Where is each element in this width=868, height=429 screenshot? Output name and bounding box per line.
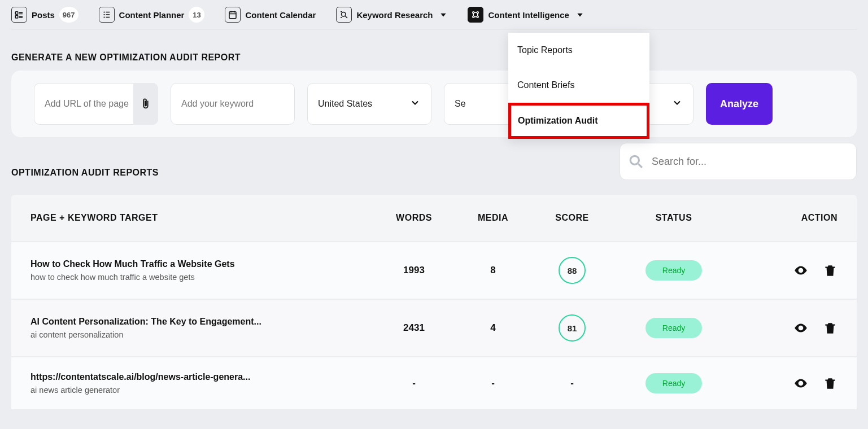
th-score: SCORE — [533, 213, 612, 223]
svg-line-17 — [346, 16, 348, 18]
table-row: AI Content Personalization: The Key to E… — [11, 299, 857, 356]
media-cell: 4 — [453, 322, 533, 334]
svg-rect-12 — [229, 12, 236, 19]
th-status: STATUS — [612, 213, 736, 223]
nav-intel[interactable]: Content Intelligence — [468, 7, 583, 23]
words-cell: 2431 — [374, 322, 453, 334]
status-cell: Ready — [612, 373, 736, 393]
svg-rect-0 — [15, 12, 18, 15]
table-row: How to Check How Much Traffic a Website … — [11, 241, 857, 299]
nav-posts[interactable]: Posts 967 — [11, 7, 78, 23]
chevron-down-icon — [409, 97, 421, 111]
score-ring: 81 — [559, 314, 586, 342]
nav-planner-label: Content Planner — [119, 10, 185, 20]
top-nav: Posts 967 Content Planner 13 Content Cal… — [11, 0, 857, 30]
keyword-input[interactable] — [171, 83, 295, 125]
search-wrap — [620, 143, 857, 180]
th-words: WORDS — [374, 213, 453, 223]
chevron-down-icon — [671, 97, 683, 111]
reports-heading: OPTIMIZATION AUDIT REPORTS — [11, 168, 159, 178]
trash-icon[interactable] — [823, 376, 838, 391]
keyword-icon — [336, 7, 352, 23]
score-cell: - — [533, 378, 612, 389]
page-title: AI Content Personalization: The Key to E… — [30, 317, 374, 327]
page-cell: How to Check How Much Traffic a Website … — [30, 259, 374, 282]
status-cell: Ready — [612, 260, 736, 281]
svg-point-16 — [342, 12, 346, 17]
chevron-down-icon — [439, 11, 447, 19]
page-title: How to Check How Much Traffic a Website … — [30, 259, 374, 269]
svg-point-20 — [473, 12, 474, 14]
reports-table: PAGE + KEYWORD TARGET WORDS MEDIA SCORE … — [11, 195, 857, 409]
nav-keyword[interactable]: Keyword Research — [336, 7, 447, 23]
score-cell: 88 — [533, 257, 612, 284]
search-input[interactable] — [620, 143, 857, 180]
nav-intel-label: Content Intelligence — [488, 10, 569, 20]
attachment-icon — [139, 98, 152, 110]
words-cell: - — [374, 378, 453, 389]
country-value: United States — [318, 99, 372, 109]
svg-rect-3 — [15, 16, 18, 19]
nav-posts-count: 967 — [59, 7, 78, 23]
trash-icon[interactable] — [823, 321, 838, 335]
intel-icon — [468, 7, 483, 23]
country-select[interactable]: United States — [307, 83, 431, 125]
generate-heading: GENERATE A NEW OPTIMIZATION AUDIT REPORT — [11, 52, 857, 63]
search-icon — [629, 154, 643, 169]
status-badge: Ready — [645, 373, 702, 393]
action-cell — [736, 376, 838, 391]
nav-planner-count: 13 — [189, 7, 204, 23]
nav-posts-label: Posts — [32, 10, 55, 20]
score-cell: 81 — [533, 314, 612, 342]
svg-line-29 — [638, 164, 642, 168]
media-cell: 8 — [453, 265, 533, 276]
svg-point-23 — [477, 16, 479, 17]
nav-planner[interactable]: Content Planner 13 — [99, 7, 205, 23]
generate-form: United States Se English (en) Analyze — [11, 71, 857, 137]
page-keyword: how to check how much traffic a website … — [30, 273, 374, 282]
dropdown-topic-reports[interactable]: Topic Reports — [508, 33, 649, 68]
calendar-icon — [225, 7, 241, 23]
svg-point-22 — [473, 16, 474, 17]
eye-icon[interactable] — [793, 321, 808, 335]
dropdown-content-briefs[interactable]: Content Briefs — [508, 68, 649, 103]
status-cell: Ready — [612, 318, 736, 338]
nav-calendar-label: Content Calendar — [245, 10, 316, 20]
eye-icon[interactable] — [793, 376, 808, 391]
reports-header-row: OPTIMIZATION AUDIT REPORTS — [11, 143, 857, 180]
nav-keyword-label: Keyword Research — [356, 10, 433, 20]
eye-icon[interactable] — [793, 263, 808, 278]
score-ring: 88 — [559, 257, 586, 284]
th-media: MEDIA — [453, 213, 533, 223]
dropdown-optimization-audit[interactable]: Optimization Audit — [508, 103, 649, 139]
table-header: PAGE + KEYWORD TARGET WORDS MEDIA SCORE … — [11, 195, 857, 241]
svg-point-28 — [630, 156, 639, 164]
analyze-button[interactable]: Analyze — [706, 83, 773, 125]
url-input-group — [34, 83, 158, 125]
page-cell: https://contentatscale.ai/blog/news-arti… — [30, 372, 374, 395]
media-cell: - — [453, 378, 533, 389]
page-cell: AI Content Personalization: The Key to E… — [30, 317, 374, 339]
page-keyword: ai content personalization — [30, 330, 374, 339]
domain-value: Se — [455, 99, 466, 109]
attachment-button[interactable] — [133, 83, 158, 125]
table-row: https://contentatscale.ai/blog/news-arti… — [11, 356, 857, 409]
words-cell: 1993 — [374, 265, 453, 276]
nav-calendar[interactable]: Content Calendar — [225, 7, 316, 23]
planner-icon — [99, 7, 115, 23]
action-cell — [736, 263, 838, 278]
action-cell — [736, 321, 838, 335]
th-action: ACTION — [736, 213, 838, 223]
status-badge: Ready — [645, 260, 702, 281]
trash-icon[interactable] — [823, 263, 838, 278]
keyword-input-group — [171, 83, 295, 125]
status-badge: Ready — [645, 318, 702, 338]
page-keyword: ai news article generator — [30, 386, 374, 395]
page-title: https://contentatscale.ai/blog/news-arti… — [30, 372, 374, 382]
svg-point-21 — [477, 12, 479, 14]
intel-dropdown: Topic Reports Content Briefs Optimizatio… — [508, 33, 649, 139]
th-page: PAGE + KEYWORD TARGET — [30, 213, 374, 223]
posts-icon — [11, 7, 27, 23]
chevron-down-icon — [576, 11, 584, 19]
